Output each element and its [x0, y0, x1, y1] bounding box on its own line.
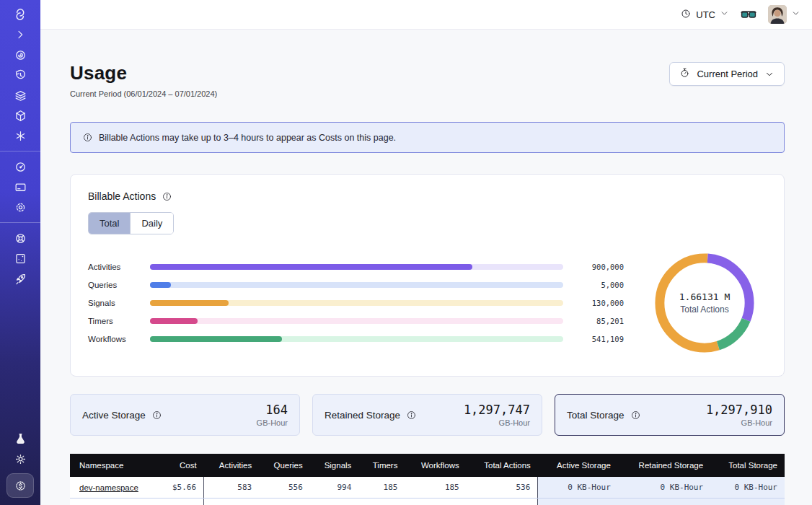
deployments-icon[interactable] — [9, 85, 31, 105]
bar-label: Queries — [88, 281, 134, 289]
stopwatch-icon — [679, 67, 690, 81]
bar-value: 85,201 — [579, 317, 624, 325]
bar-label: Activities — [88, 263, 134, 271]
cell-totalstorage: 0 KB-Hour — [710, 499, 785, 505]
cell-queries: 556 — [259, 477, 310, 499]
cell-cost: 29.32 — [159, 499, 204, 505]
support-icon[interactable] — [9, 228, 31, 248]
column-header-cost: Cost — [159, 454, 204, 477]
namespaces-icon[interactable] — [9, 45, 31, 65]
settings-icon[interactable] — [9, 197, 31, 217]
usage-icon[interactable] — [9, 157, 31, 177]
storage-card-value: 164 — [257, 403, 288, 417]
sidebar-divider — [0, 222, 40, 223]
storage-card-retained-storage: Retained Storage1,297,747GB-Hour — [312, 394, 542, 436]
storage-card-label: Total Storage — [567, 410, 641, 421]
total-actions-donut: 1.66131 M Total Actions — [643, 249, 767, 357]
theme-icon[interactable] — [9, 449, 31, 469]
user-menu[interactable] — [768, 5, 800, 24]
bar-fill — [150, 318, 198, 324]
getting-started-icon[interactable] — [9, 268, 31, 289]
labs-icon[interactable] — [9, 429, 31, 449]
bar-label: Signals — [88, 299, 134, 307]
storage-summary-row: Active Storage164GB-HourRetained Storage… — [70, 394, 785, 436]
timezone-selector[interactable]: UTC — [680, 8, 729, 22]
total-actions-value: 1.66131 M — [679, 291, 730, 302]
cell-cost: $5.66 — [159, 477, 204, 499]
bar-value: 5,000 — [579, 281, 624, 289]
bar-track — [150, 318, 563, 324]
banner-text: Billable Actions may take up to 3–4 hour… — [99, 133, 396, 143]
release-notes-icon[interactable] — [9, 248, 31, 268]
billable-tabs: TotalDaily — [88, 212, 174, 234]
cell-retainedstorage: 0 KB-Hour — [618, 477, 710, 499]
goggles-icon[interactable] — [741, 9, 756, 20]
period-selector-label: Current Period — [697, 69, 758, 79]
storage-card-label: Active Storage — [82, 410, 162, 421]
billing-icon[interactable] — [9, 177, 31, 197]
cell-activities: 583 — [204, 477, 260, 499]
column-header-queries: Queries — [259, 454, 310, 477]
info-icon[interactable] — [406, 410, 417, 421]
column-header-retainedstorage: Retained Storage — [618, 454, 710, 477]
bar-track — [150, 336, 563, 342]
cell-workflows: 185 — [405, 477, 466, 499]
cell-retainedstorage: 0 KB-Hour — [618, 499, 710, 505]
column-header-signals: Signals — [310, 454, 359, 477]
cell-workflows: 130 — [405, 499, 466, 505]
cell-activities: 423 — [204, 499, 260, 505]
column-header-workflows: Workflows — [405, 454, 466, 477]
bar-track — [150, 300, 563, 306]
bar-fill — [150, 264, 472, 270]
batch-operations-icon[interactable] — [9, 126, 31, 146]
bar-label: Workflows — [88, 335, 134, 343]
info-icon[interactable] — [162, 191, 172, 202]
namespace-link[interactable]: dev-namespace — [79, 483, 138, 492]
cell-activestorage: 0 KB-Hour — [538, 477, 618, 499]
column-header-totalactions: Total Actions — [467, 454, 538, 477]
bar-fill — [150, 282, 171, 288]
cell-timers: 185 — [358, 477, 405, 499]
usage-costs-button[interactable] — [6, 473, 34, 498]
user-avatar — [768, 5, 787, 24]
info-icon[interactable] — [151, 410, 162, 421]
bar-row-activities: Activities900,000 — [88, 258, 624, 276]
expand-sidebar-icon[interactable] — [9, 25, 31, 45]
cell-timers: 877 — [358, 499, 405, 505]
chevron-down-icon — [791, 8, 800, 21]
tab-total[interactable]: Total — [89, 213, 130, 234]
sidebar-divider — [0, 151, 40, 152]
billable-actions-title: Billable Actions — [88, 190, 156, 202]
bar-fill — [150, 300, 229, 306]
tab-daily[interactable]: Daily — [130, 213, 173, 234]
topbar: UTC — [40, 0, 812, 30]
page-title: Usage — [70, 62, 217, 84]
cell-totalactions: 536 — [467, 477, 538, 499]
chevron-down-icon — [720, 9, 729, 20]
bar-value: 900,000 — [579, 263, 624, 271]
bar-track — [150, 282, 563, 288]
bar-row-timers: Timers85,201 — [88, 312, 624, 330]
storage-card-unit: GB-Hour — [464, 418, 530, 427]
total-actions-label: Total Actions — [679, 304, 730, 315]
cell-totalactions: 536 — [467, 499, 538, 505]
column-header-namespace: Namespace — [70, 454, 159, 477]
column-header-activities: Activities — [204, 454, 260, 477]
bar-value: 130,000 — [579, 299, 624, 307]
chevron-down-icon — [764, 69, 775, 79]
table-header-row: NamespaceCostActivitiesQueriesSignalsTim… — [70, 454, 785, 477]
namespace-usage-table: NamespaceCostActivitiesQueriesSignalsTim… — [70, 454, 785, 505]
sidebar — [0, 0, 40, 505]
temporal-logo-icon[interactable] — [9, 4, 31, 25]
nexus-icon[interactable] — [9, 105, 31, 126]
schedules-icon[interactable] — [9, 65, 31, 85]
main-content: Usage Current Period (06/01/2024 – 07/01… — [40, 30, 812, 505]
storage-card-unit: GB-Hour — [706, 418, 772, 427]
info-icon[interactable] — [630, 410, 641, 421]
period-selector-button[interactable]: Current Period — [669, 62, 785, 86]
cell-signals: 826 — [310, 499, 359, 505]
cell-signals: 994 — [310, 477, 359, 499]
billable-bar-chart: Activities900,000Queries5,000Signals130,… — [88, 258, 624, 348]
bar-track — [150, 264, 563, 270]
storage-card-unit: GB-Hour — [257, 418, 288, 427]
